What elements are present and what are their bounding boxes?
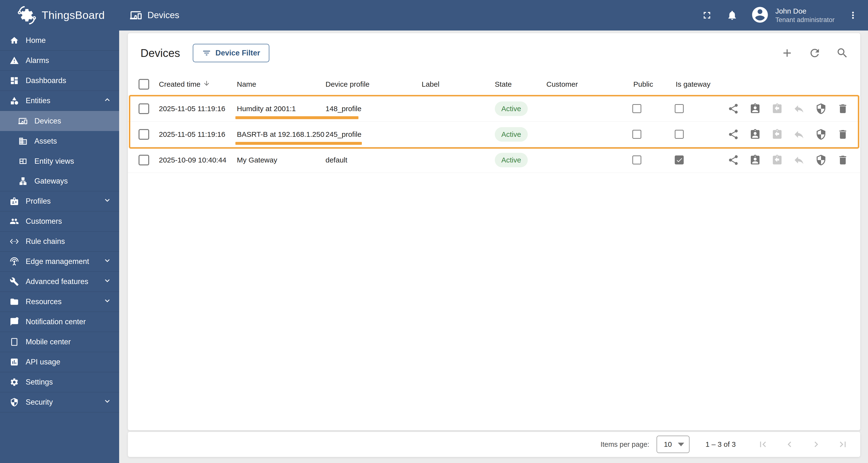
sidebar-item-profiles[interactable]: Profiles <box>0 191 119 211</box>
sidebar-item-assets[interactable]: Assets <box>0 131 119 151</box>
sidebar-item-label: Assets <box>34 137 57 146</box>
last-page-button[interactable] <box>837 438 848 450</box>
manage-credentials-button[interactable] <box>815 128 827 141</box>
column-header-public[interactable]: Public <box>627 80 670 88</box>
main-content: Devices Device Filter Created time Name … <box>119 31 868 463</box>
items-per-page-label: Items per page: <box>600 440 649 449</box>
sidebar-item-rule-chains[interactable]: Rule chains <box>0 232 119 252</box>
add-device-button[interactable] <box>780 46 794 60</box>
is-gateway-checkbox[interactable] <box>675 130 684 139</box>
pagination-bar: Items per page: 10 1 – 3 of 3 <box>128 432 860 457</box>
chevron-down-icon <box>103 296 112 305</box>
expand-chevron <box>103 256 112 267</box>
sidebar-item-label: Edge management <box>26 257 89 266</box>
first-page-button[interactable] <box>757 438 769 450</box>
sidebar-item-advanced-features[interactable]: Advanced features <box>0 272 119 292</box>
cell-device-profile: 245_profile <box>326 130 422 138</box>
notifications-button[interactable] <box>725 8 739 22</box>
column-header-state[interactable]: State <box>495 80 547 88</box>
sidebar-item-label: Dashboards <box>26 76 66 85</box>
expand-chevron <box>103 397 112 408</box>
next-page-button[interactable] <box>810 438 822 450</box>
share-button[interactable] <box>727 102 740 115</box>
sidebar-item-alarms[interactable]: Alarms <box>0 51 119 71</box>
public-checkbox[interactable] <box>632 104 641 113</box>
user-name: John Doe <box>775 6 835 16</box>
cell-device-profile: default <box>326 156 422 164</box>
dashboards-icon <box>10 76 19 85</box>
column-header-customer[interactable]: Customer <box>547 80 627 88</box>
check-icon <box>676 156 683 164</box>
assign-to-customer-button[interactable] <box>749 154 762 166</box>
sidebar-item-label: Advanced features <box>26 277 88 286</box>
sidebar-item-home[interactable]: Home <box>0 31 119 51</box>
sidebar-item-edge-management[interactable]: Edge management <box>0 252 119 272</box>
public-checkbox[interactable] <box>632 130 641 139</box>
sidebar-item-notification-center[interactable]: Notification center <box>0 312 119 332</box>
more-menu-button[interactable] <box>846 8 860 22</box>
sidebar-item-entity-views[interactable]: Entity views <box>0 151 119 171</box>
table-row[interactable]: 2025-11-05 11:19:16 Humdity at 2001:1 14… <box>128 96 860 122</box>
sidebar-item-label: Security <box>26 398 53 407</box>
row-checkbox[interactable] <box>138 103 149 114</box>
table-row[interactable]: 2025-11-05 11:19:16 BASRT-B at 192.168.1… <box>128 122 860 147</box>
column-header-label[interactable]: Label <box>422 80 495 88</box>
column-header-is-gateway[interactable]: Is gateway <box>670 80 725 88</box>
sidebar-item-dashboards[interactable]: Dashboards <box>0 71 119 91</box>
chevron-down-icon <box>103 397 112 406</box>
user-menu[interactable]: John Doe Tenant administrator <box>750 5 835 25</box>
search-button[interactable] <box>836 46 849 60</box>
sidebar-item-gateways[interactable]: Gateways <box>0 171 119 191</box>
is-gateway-checkbox[interactable] <box>675 104 684 113</box>
more-vert-icon <box>848 10 858 21</box>
delete-icon <box>837 103 848 115</box>
share-button[interactable] <box>727 154 740 166</box>
delete-button[interactable] <box>837 128 849 141</box>
devices-card: Devices Device Filter Created time Name … <box>128 33 860 430</box>
page-range-label: 1 – 3 of 3 <box>706 440 736 449</box>
items-per-page-select[interactable]: 10 <box>657 436 689 453</box>
delete-button[interactable] <box>837 102 849 115</box>
expand-chevron <box>103 276 112 287</box>
manage-credentials-button[interactable] <box>815 154 827 166</box>
assign-to-customer-button[interactable] <box>749 128 762 141</box>
table-row[interactable]: 2025-10-09 10:40:44 My Gateway default A… <box>128 147 860 173</box>
select-all-checkbox[interactable] <box>138 79 149 90</box>
sidebar-item-label: Notification center <box>26 317 86 326</box>
sidebar-item-resources[interactable]: Resources <box>0 292 119 312</box>
thingsboard-logo-icon <box>18 6 36 25</box>
device-filter-button[interactable]: Device Filter <box>193 44 269 62</box>
column-header-name[interactable]: Name <box>237 80 326 88</box>
column-header-device-profile[interactable]: Device profile <box>326 80 422 88</box>
select-caret-icon <box>678 443 684 446</box>
cell-device-profile: 148_profile <box>326 104 422 113</box>
public-checkbox[interactable] <box>632 155 641 164</box>
refresh-button[interactable] <box>808 46 822 60</box>
column-header-created-time[interactable]: Created time <box>159 80 237 89</box>
sidebar-item-customers[interactable]: Customers <box>0 211 119 232</box>
sidebar-item-devices[interactable]: Devices <box>0 111 119 131</box>
notifications-bell-icon <box>726 10 738 21</box>
sidebar-item-settings[interactable]: Settings <box>0 372 119 392</box>
items-per-page-value: 10 <box>664 440 672 449</box>
thingsboard-logo[interactable]: ThingsBoard <box>18 6 105 25</box>
is-gateway-checkbox[interactable] <box>675 155 684 164</box>
sidebar-item-api-usage[interactable]: API usage <box>0 352 119 372</box>
previous-page-button[interactable] <box>784 438 795 450</box>
fullscreen-button[interactable] <box>700 8 714 22</box>
edge-management-icon <box>10 257 19 266</box>
delete-button[interactable] <box>837 154 849 166</box>
add-icon <box>781 47 794 59</box>
sidebar-item-entities[interactable]: Entities <box>0 91 119 111</box>
share-button[interactable] <box>727 128 740 141</box>
manage-credentials-button[interactable] <box>815 102 827 115</box>
row-checkbox[interactable] <box>138 129 149 140</box>
expand-chevron <box>103 296 112 307</box>
manage-credentials-shield-icon <box>815 103 827 115</box>
sidebar-item-mobile-center[interactable]: Mobile center <box>0 332 119 352</box>
assign-to-customer-button[interactable] <box>749 102 762 115</box>
sidebar-item-security[interactable]: Security <box>0 392 119 412</box>
cell-created-time: 2025-11-05 11:19:16 <box>159 130 237 138</box>
entity-views-icon <box>19 157 28 166</box>
row-checkbox[interactable] <box>138 155 149 165</box>
